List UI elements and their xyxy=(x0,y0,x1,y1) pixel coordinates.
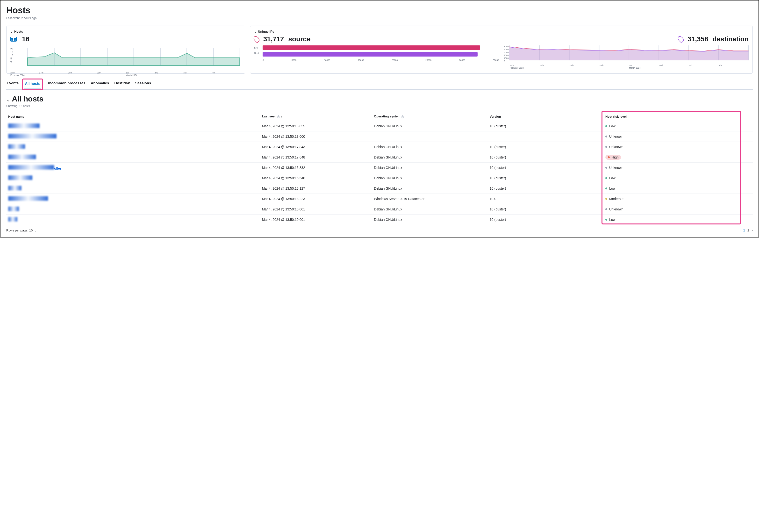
cell-version: 10 (buster) xyxy=(488,142,603,152)
cell-os: — xyxy=(372,132,488,142)
col-last-seen[interactable]: Last seeni↓ xyxy=(260,112,372,121)
cell-risk: Unknown xyxy=(603,132,753,142)
cell-last-seen: Mar 4, 2024 @ 13:50:17.648 xyxy=(260,152,372,163)
cell-os: Windows Server 2019 Datacenter xyxy=(372,194,488,204)
card-ips-title: Unique IPs xyxy=(258,30,274,33)
cell-last-seen: Mar 4, 2024 @ 13:50:13.223 xyxy=(260,194,372,204)
page-subtitle: Last event: 2 hours ago xyxy=(6,17,753,20)
cell-last-seen: Mar 4, 2024 @ 13:50:15.832 xyxy=(260,163,372,173)
info-icon: i xyxy=(277,115,280,118)
card-hosts-header[interactable]: ⌄ Hosts xyxy=(10,30,241,33)
cell-os: Debian GNU/Linux xyxy=(372,215,488,225)
cell-risk: High xyxy=(603,152,753,163)
card-hosts: ⌄ Hosts 16 20 15 10 5 0 26thFebruary 202 xyxy=(6,25,245,74)
cell-last-seen: Mar 4, 2024 @ 13:50:17.843 xyxy=(260,142,372,152)
ips-area-chart: 5000 4000 3000 2000 1000 0 xyxy=(504,45,749,69)
page-prev[interactable]: ‹ xyxy=(740,228,741,232)
page-1[interactable]: 1 xyxy=(743,228,745,232)
tabs: Events All hosts Uncommon processes Anom… xyxy=(6,79,753,90)
tab-host-risk[interactable]: Host risk xyxy=(114,79,130,89)
cell-risk: Low xyxy=(603,121,753,132)
table-row: Mar 4, 2024 @ 13:50:17.843 Debian GNU/Li… xyxy=(6,142,753,152)
col-os[interactable]: Operating systemi xyxy=(372,112,488,121)
cell-os: Debian GNU/Linux xyxy=(372,121,488,132)
info-icon: i xyxy=(401,115,404,118)
cell-host-name[interactable] xyxy=(6,142,260,152)
cell-os: Debian GNU/Linux xyxy=(372,204,488,215)
cell-os: Debian GNU/Linux xyxy=(372,152,488,163)
table-row: Mar 4, 2024 @ 13:50:13.223 Windows Serve… xyxy=(6,194,753,204)
hosts-grid-icon xyxy=(10,37,17,42)
col-risk[interactable]: Host risk level xyxy=(603,112,753,121)
tab-all-hosts[interactable]: All hosts xyxy=(24,80,41,88)
card-hosts-title: Hosts xyxy=(14,30,23,33)
chevron-down-icon: ⌄ xyxy=(10,30,13,33)
cell-risk: Low xyxy=(603,173,753,184)
cell-risk: Unknown xyxy=(603,204,753,215)
cell-version: 10 (buster) xyxy=(488,215,603,225)
tab-uncommon-processes[interactable]: Uncommon processes xyxy=(46,79,86,89)
col-host-name[interactable]: Host name xyxy=(6,112,260,121)
source-label: source xyxy=(288,35,310,43)
cell-risk: Low xyxy=(603,215,753,225)
table-row: Mar 4, 2024 @ 13:50:15.540 Debian GNU/Li… xyxy=(6,173,753,184)
cell-version: 10 (buster) xyxy=(488,152,603,163)
cell-last-seen: Mar 4, 2024 @ 13:50:15.540 xyxy=(260,173,372,184)
cell-host-name[interactable] xyxy=(6,132,260,142)
cell-last-seen: Mar 4, 2024 @ 13:50:18.035 xyxy=(260,121,372,132)
tab-sessions[interactable]: Sessions xyxy=(135,79,152,89)
cell-risk: Unknown xyxy=(603,142,753,152)
cell-host-name[interactable] xyxy=(6,215,260,225)
cell-host-name[interactable] xyxy=(6,121,260,132)
tab-anomalies[interactable]: Anomalies xyxy=(90,79,109,89)
pagination: ‹ 1 2 › xyxy=(740,228,753,232)
tab-events[interactable]: Events xyxy=(6,79,19,89)
cell-host-name[interactable]: oller xyxy=(6,163,260,173)
cell-last-seen: Mar 4, 2024 @ 13:50:10.001 xyxy=(260,204,372,215)
chevron-down-icon: ⌄ xyxy=(254,30,257,33)
cell-host-name[interactable] xyxy=(6,204,260,215)
sort-desc-icon: ↓ xyxy=(281,115,282,118)
card-unique-ips: ⌄ Unique IPs 31,717 source 31,358 destin… xyxy=(250,25,753,74)
chevron-down-icon[interactable]: ⌄ xyxy=(6,97,10,103)
cell-host-name[interactable] xyxy=(6,194,260,204)
ips-bar-chart: Src. Dest. 0 5000 10000 15000 20000 2500… xyxy=(254,45,499,69)
cell-os: Debian GNU/Linux xyxy=(372,142,488,152)
rows-per-page[interactable]: Rows per page: 10 ⌄ xyxy=(6,228,37,232)
table-row: oller Mar 4, 2024 @ 13:50:15.832 Debian … xyxy=(6,163,753,173)
destination-pin-icon xyxy=(677,35,685,43)
cell-host-name[interactable] xyxy=(6,152,260,163)
destination-label: destination xyxy=(713,35,749,43)
cell-version: 10 (buster) xyxy=(488,121,603,132)
hosts-table: Host name Last seeni↓ Operating systemi … xyxy=(6,112,753,225)
cell-version: 10.0 xyxy=(488,194,603,204)
cell-version: 10 (buster) xyxy=(488,204,603,215)
cell-os: Debian GNU/Linux xyxy=(372,173,488,184)
table-row: Mar 4, 2024 @ 13:50:18.035 Debian GNU/Li… xyxy=(6,121,753,132)
cell-os: Debian GNU/Linux xyxy=(372,184,488,194)
card-ips-header[interactable]: ⌄ Unique IPs xyxy=(254,30,749,33)
cell-risk: Low xyxy=(603,184,753,194)
cell-host-name[interactable] xyxy=(6,184,260,194)
table-row: Mar 4, 2024 @ 13:50:15.127 Debian GNU/Li… xyxy=(6,184,753,194)
cell-host-name[interactable] xyxy=(6,173,260,184)
cell-version: 10 (buster) xyxy=(488,173,603,184)
cell-risk: Unknown xyxy=(603,163,753,173)
cell-last-seen: Mar 4, 2024 @ 13:50:15.127 xyxy=(260,184,372,194)
page-2[interactable]: 2 xyxy=(747,228,749,232)
chevron-down-icon: ⌄ xyxy=(34,228,37,232)
col-version[interactable]: Version xyxy=(488,112,603,121)
panel-title: All hosts xyxy=(12,95,44,103)
source-count: 31,717 xyxy=(263,35,284,43)
table-row: Mar 4, 2024 @ 13:50:10.001 Debian GNU/Li… xyxy=(6,204,753,215)
page-next[interactable]: › xyxy=(751,228,753,232)
hosts-sparkline: 20 15 10 5 0 26thFebruary 2024 27th 28th… xyxy=(10,48,241,69)
page-title: Hosts xyxy=(6,5,753,16)
hosts-count: 16 xyxy=(22,35,29,43)
table-row: Mar 4, 2024 @ 13:50:17.648 Debian GNU/Li… xyxy=(6,152,753,163)
cell-os: Debian GNU/Linux xyxy=(372,163,488,173)
showing-count: Showing: 16 hosts xyxy=(6,104,753,108)
cell-last-seen: Mar 4, 2024 @ 13:50:18.000 xyxy=(260,132,372,142)
table-row: Mar 4, 2024 @ 13:50:10.001 Debian GNU/Li… xyxy=(6,215,753,225)
destination-count: 31,358 xyxy=(688,35,708,43)
